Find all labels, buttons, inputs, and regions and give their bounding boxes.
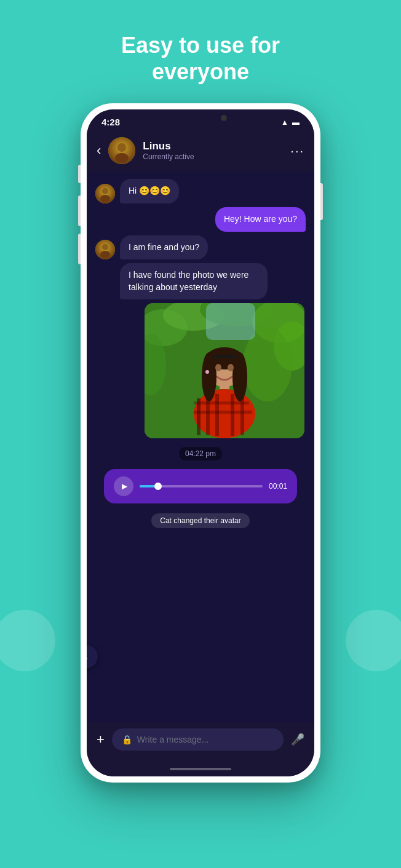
bubble-hi: Hi 😊😊😊 <box>120 179 179 203</box>
svg-point-33 <box>228 364 234 371</box>
svg-point-2 <box>115 153 129 163</box>
svg-point-7 <box>102 244 108 250</box>
input-field[interactable]: 🔒 Write a message... <box>112 728 284 751</box>
contact-name: Linus <box>143 140 283 152</box>
svg-point-8 <box>100 251 110 258</box>
mute-button <box>78 165 81 183</box>
system-message: Cat changed their avatar <box>151 513 249 528</box>
svg-point-1 <box>117 143 126 152</box>
message-placeholder[interactable]: Write a message... <box>137 735 274 744</box>
svg-rect-31 <box>212 355 237 358</box>
bubble-hey: Hey! How are you? <box>215 207 306 232</box>
svg-rect-24 <box>194 401 249 404</box>
bg-bump-left <box>0 610 55 671</box>
message-timestamp: 04:22 pm <box>95 444 306 463</box>
back-button[interactable]: ‹ <box>97 143 101 159</box>
volume-up-button <box>78 195 81 226</box>
audio-progress-dot <box>154 483 162 490</box>
system-message-row: Cat changed their avatar <box>95 511 306 531</box>
audio-message[interactable]: ▶ 00:01 <box>104 469 297 503</box>
headline-line1: Easy to use for <box>121 33 280 58</box>
timestamp-label: 04:22 pm <box>179 447 222 460</box>
more-options-button[interactable]: ··· <box>290 144 304 158</box>
bg-bump-right <box>346 610 401 671</box>
message-row-2: Hey! How are you? <box>95 207 306 232</box>
svg-point-29 <box>202 352 216 401</box>
phone-screen: 4:28 ▲ ▬ ‹ <box>87 109 314 776</box>
photo-image <box>145 303 304 438</box>
phone-frame: 4:28 ▲ ▬ ‹ <box>81 103 320 783</box>
status-icons: ▲ ▬ <box>281 118 300 127</box>
bubble-fine: I am fine and you? <box>120 235 208 260</box>
svg-point-30 <box>232 352 247 401</box>
play-icon: ▶ <box>122 482 127 491</box>
avatar-linus-2 <box>95 240 115 259</box>
home-indicator <box>87 763 314 776</box>
status-bar: 4:28 ▲ ▬ <box>87 109 314 131</box>
svg-point-5 <box>100 195 110 202</box>
mic-button[interactable]: 🎤 <box>291 733 304 746</box>
svg-point-4 <box>102 188 108 194</box>
power-button <box>320 183 323 220</box>
status-time: 4:28 <box>101 117 120 127</box>
bubble-photo-text: I have found the photo we were talking a… <box>120 263 268 299</box>
audio-duration: 00:01 <box>269 482 287 491</box>
message-photo-row <box>95 303 306 438</box>
contact-info: Linus Currently active <box>143 140 283 161</box>
play-button[interactable]: ▶ <box>114 476 133 496</box>
svg-rect-23 <box>240 395 244 435</box>
contact-status: Currently active <box>143 152 283 161</box>
chat-input-bar: + 🔒 Write a message... 🎤 <box>87 722 314 763</box>
svg-rect-17 <box>206 303 255 340</box>
headline-area: Easy to use for everyone <box>121 0 280 103</box>
home-bar <box>170 768 231 770</box>
svg-rect-22 <box>231 394 234 436</box>
chat-body: Hi 😊😊😊 Hey! How are you? <box>87 172 314 725</box>
notch <box>161 109 240 127</box>
message-row-1: Hi 😊😊😊 <box>95 179 306 203</box>
page-background: Easy to use for everyone 4:28 ▲ ▬ <box>0 0 401 868</box>
scroll-down-icon: ↓ <box>87 651 89 662</box>
battery-icon: ▬ <box>292 118 300 127</box>
contact-avatar <box>108 137 135 164</box>
lock-icon: 🔒 <box>122 735 132 744</box>
chat-header: ‹ <box>87 131 314 172</box>
avatar-linus-1 <box>95 184 115 203</box>
svg-rect-25 <box>194 411 252 414</box>
front-camera <box>221 115 227 121</box>
svg-point-32 <box>215 364 221 371</box>
add-button[interactable]: + <box>97 732 105 748</box>
svg-rect-21 <box>215 394 219 436</box>
volume-down-button <box>78 234 81 264</box>
message-row-4: I have found the photo we were talking a… <box>95 263 306 299</box>
message-row-3: I am fine and you? <box>95 235 306 260</box>
photo-bubble[interactable] <box>145 303 304 438</box>
headline-line2: everyone <box>152 59 249 84</box>
audio-progress-bar[interactable] <box>140 485 263 487</box>
wifi-icon: ▲ <box>281 118 288 127</box>
svg-point-34 <box>205 370 209 374</box>
